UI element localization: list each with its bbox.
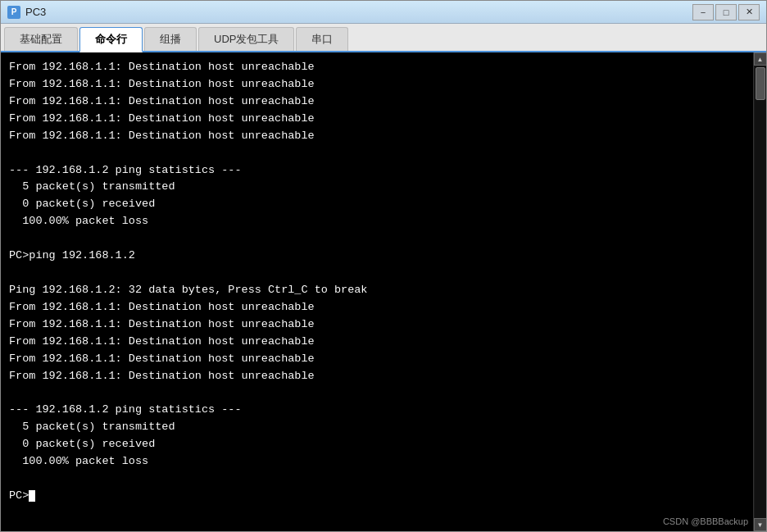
- tab-multicast[interactable]: 组播: [144, 27, 197, 51]
- minimize-button[interactable]: −: [692, 4, 714, 20]
- close-button[interactable]: ✕: [738, 4, 760, 20]
- scrollbar-down-button[interactable]: ▼: [754, 518, 767, 531]
- tab-udp-tool[interactable]: UDP发包工具: [198, 27, 294, 51]
- window-icon: P: [7, 6, 20, 19]
- tab-bar: 基础配置 命令行 组播 UDP发包工具 串口: [1, 24, 766, 52]
- tab-basic-config[interactable]: 基础配置: [4, 27, 78, 51]
- scrollbar-track[interactable]: [755, 66, 766, 518]
- title-bar: P PC3 − □ ✕: [1, 1, 766, 24]
- terminal-cursor: [29, 490, 35, 502]
- watermark: CSDN @BBBBackup: [663, 516, 748, 526]
- terminal-container: From 192.168.1.1: Destination host unrea…: [1, 52, 766, 531]
- tab-command-line[interactable]: 命令行: [79, 27, 143, 52]
- tab-serial[interactable]: 串口: [296, 27, 348, 51]
- window-title: PC3: [25, 6, 46, 18]
- scrollbar-up-button[interactable]: ▲: [754, 52, 767, 66]
- title-bar-left: P PC3: [7, 6, 46, 19]
- main-window: P PC3 − □ ✕ 基础配置 命令行 组播 UDP发包工具 串口 From …: [0, 0, 767, 532]
- scrollbar-thumb[interactable]: [756, 67, 765, 100]
- terminal-output[interactable]: From 192.168.1.1: Destination host unrea…: [1, 52, 753, 531]
- title-bar-buttons: − □ ✕: [692, 4, 760, 20]
- scrollbar[interactable]: ▲ ▼: [753, 52, 766, 531]
- maximize-button[interactable]: □: [715, 4, 737, 20]
